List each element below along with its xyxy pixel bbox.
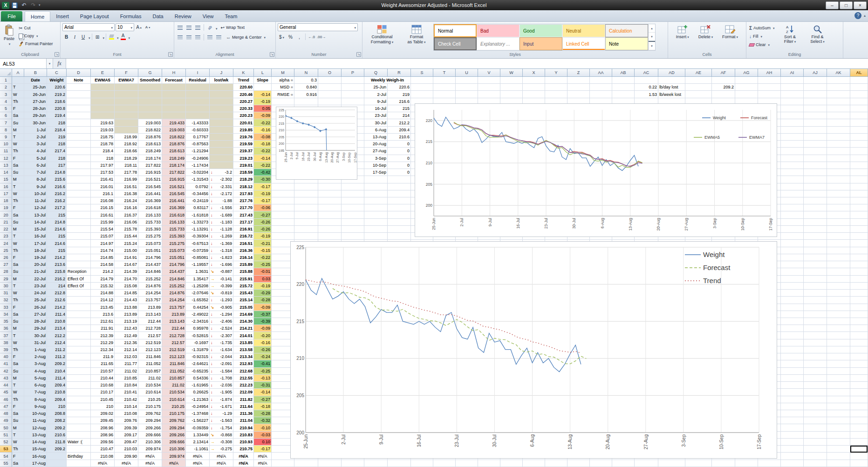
cell-B36[interactable]: 29-Jul (24, 325, 47, 332)
paste-button[interactable]: Paste (2, 23, 16, 48)
cell-AC2[interactable]: 0.22 (635, 84, 658, 91)
cell-B22[interactable]: 15-Jul (24, 226, 47, 233)
chart-daily-ewma[interactable]: 20020521021522025-Jun2-Jul9-Jul16-Jul23-… (415, 103, 777, 237)
cell-N16[interactable] (294, 183, 318, 190)
column-header-A[interactable]: A (12, 69, 24, 76)
cell-AK8[interactable] (827, 127, 850, 134)
column-header-AL[interactable]: AL (850, 69, 868, 76)
cell-H33[interactable]: 213.757 (162, 304, 186, 311)
cell-Q9[interactable]: 13-Aug (364, 134, 388, 141)
cell-AL20[interactable] (850, 211, 868, 218)
cell-F50[interactable]: 209.39 (115, 424, 138, 431)
style-linked-cell[interactable]: Linked Cell (562, 37, 605, 50)
column-header-AI[interactable]: AI (781, 69, 804, 76)
cell-C49[interactable]: 208.2 (47, 417, 67, 424)
cell-J40[interactable]: ↓-2.044 (210, 353, 233, 360)
cell-A6[interactable]: Sa (12, 112, 24, 119)
cell-H26[interactable]: 215.051 (162, 254, 186, 261)
column-header-AJ[interactable]: AJ (804, 69, 827, 76)
style-check-cell[interactable]: Check Cell (434, 37, 477, 50)
cell-L55[interactable]: #N/A (254, 460, 272, 467)
cell-K55[interactable]: #N/A (233, 460, 254, 467)
gallery-more-icon[interactable]: ▼ (649, 41, 655, 50)
cell-G6[interactable] (138, 112, 162, 119)
cell-H11[interactable]: 218.613 (162, 148, 186, 155)
cell-AJ45[interactable] (804, 389, 827, 396)
cell-L39[interactable]: -0.26 (254, 346, 272, 353)
cell-R9[interactable]: 210.6 (388, 134, 411, 141)
cell-K45[interactable]: 212.09 (233, 389, 254, 396)
cell-L1[interactable]: Slope (254, 77, 272, 84)
cell-L8[interactable]: -0.16 (254, 127, 272, 134)
cell-K29[interactable]: 215.91 (233, 276, 254, 283)
cell-AK47[interactable] (827, 403, 850, 410)
cell-M19[interactable] (272, 204, 294, 211)
cell-H31[interactable]: 214.876 (162, 290, 186, 297)
cell-AL50[interactable] (850, 424, 868, 431)
cell-F6[interactable] (115, 112, 138, 119)
cell-G41[interactable]: 211.052 (138, 360, 162, 367)
cell-A23[interactable]: T (12, 233, 24, 240)
cell-D16[interactable] (67, 183, 91, 190)
cell-AK15[interactable] (827, 176, 850, 183)
cell-AI30[interactable] (781, 283, 804, 290)
cell-AL28[interactable] (850, 268, 868, 275)
row-header-51[interactable]: 51 (0, 432, 12, 439)
column-header-L[interactable]: L (254, 69, 272, 76)
accounting-format-button[interactable]: $ (278, 33, 286, 41)
cell-H41[interactable]: 211.846 (162, 360, 186, 367)
cell-P3[interactable] (342, 91, 364, 98)
cell-AJ17[interactable] (804, 190, 827, 197)
cell-I30[interactable]: -1.25208 (186, 283, 210, 290)
cell-AI14[interactable] (781, 169, 804, 176)
cell-K11[interactable]: 219.37 (233, 148, 254, 155)
column-header-P[interactable]: P (342, 69, 364, 76)
cell-E48[interactable]: 209.02 (91, 410, 115, 417)
cell-Q1[interactable]: Weekly Weigh-In (364, 77, 411, 84)
cell-A15[interactable]: M (12, 176, 24, 183)
cell-E35[interactable]: 212.61 (91, 318, 115, 325)
cell-D20[interactable] (67, 211, 91, 218)
cell-AI23[interactable] (781, 233, 804, 240)
cell-C23[interactable]: 215 (47, 233, 67, 240)
cell-C20[interactable]: 215 (47, 211, 67, 218)
italic-button[interactable]: I (71, 33, 79, 41)
column-header-Y[interactable]: Y (545, 69, 567, 76)
cell-AL6[interactable] (850, 112, 868, 119)
cell-AJ47[interactable] (804, 403, 827, 410)
cell-AI11[interactable] (781, 148, 804, 155)
cell-D6[interactable] (67, 112, 91, 119)
cell-W1[interactable] (500, 77, 523, 84)
cell-AK32[interactable] (827, 297, 850, 304)
cell-AI13[interactable] (781, 162, 804, 169)
cell-AJ4[interactable] (804, 98, 827, 105)
cell-D19[interactable] (67, 204, 91, 211)
row-header-52[interactable]: 52 (0, 439, 12, 446)
cell-AK7[interactable] (827, 119, 850, 126)
row-header-11[interactable]: 11 (0, 148, 12, 155)
cell-A37[interactable]: T (12, 332, 24, 339)
cell-R8[interactable]: 209.4 (388, 127, 411, 134)
cell-K53[interactable]: 210.75 (233, 446, 254, 453)
cell-M55[interactable] (272, 460, 294, 467)
cell-O17[interactable] (318, 190, 342, 197)
cell-L32[interactable]: -0.28 (254, 297, 272, 304)
row-header-16[interactable]: 16 (0, 183, 12, 190)
cell-AI52[interactable] (781, 439, 804, 446)
cell-E1[interactable]: EWMA5 (91, 77, 115, 84)
cell-K19[interactable]: 217.70 (233, 204, 254, 211)
cell-G54[interactable]: #N/A (138, 453, 162, 460)
cell-J31[interactable]: ↘-0.819 (210, 290, 233, 297)
cell-E42[interactable]: 210.57 (91, 368, 115, 375)
cell-E44[interactable]: 210.68 (91, 382, 115, 389)
cell-AI49[interactable] (781, 417, 804, 424)
cell-J25[interactable]: ↓-1.318 (210, 247, 233, 254)
cell-K1[interactable]: Trend (233, 77, 254, 84)
cell-AJ38[interactable] (804, 339, 827, 346)
cell-E49[interactable]: 209.45 (91, 417, 115, 424)
cell-AL42[interactable] (850, 368, 868, 375)
cell-L7[interactable]: -0.22 (254, 119, 272, 126)
cell-C16[interactable]: 216.6 (47, 183, 67, 190)
cell-X3[interactable] (523, 91, 545, 98)
cell-C37[interactable]: 212.2 (47, 332, 67, 339)
